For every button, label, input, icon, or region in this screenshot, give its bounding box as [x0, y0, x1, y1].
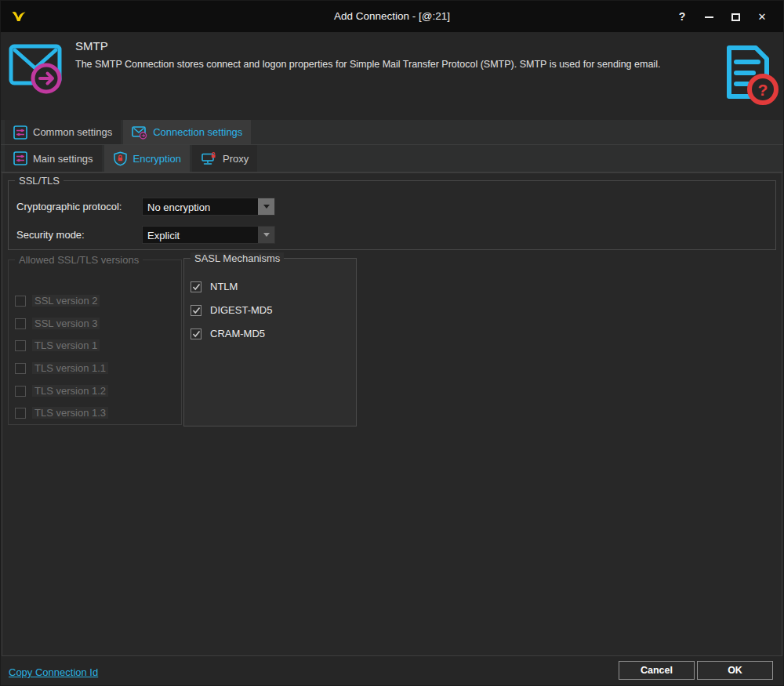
dropdown-button[interactable] [258, 198, 274, 215]
minimize-button[interactable] [695, 10, 722, 23]
tab-common-settings[interactable]: Common settings [5, 120, 121, 144]
checkbox-label: TLS version 1.1 [32, 362, 108, 374]
checkbox-label: SSL version 2 [32, 295, 100, 307]
add-connection-dialog: Add Connection - [@:21] ? ✕ SMTP The SMT… [0, 0, 784, 686]
checkbox-tls-version-1: TLS version 1 [15, 339, 100, 351]
help-button[interactable]: ? [669, 10, 695, 23]
copy-connection-id-link[interactable]: Copy Connection Id [9, 666, 98, 678]
checkbox-tls-version-1-3: TLS version 1.3 [15, 407, 108, 419]
envelope-send-icon [132, 125, 147, 140]
outer-tab-strip: Common settings Connection settings [1, 120, 783, 145]
chevron-down-icon [263, 233, 270, 237]
security-mode-row: Security mode: Explicit [16, 226, 275, 244]
checkbox-ntlm[interactable]: NTLM [191, 281, 240, 292]
tab-label: Connection settings [153, 126, 242, 138]
checkbox-checked-icon[interactable] [191, 281, 201, 292]
title-bar[interactable]: Add Connection - [@:21] ? ✕ [1, 1, 783, 32]
maximize-button[interactable] [722, 10, 749, 23]
dialog-header: SMTP The SMTP Connection stores connect … [1, 32, 783, 120]
sliders-icon [13, 125, 27, 140]
svg-text:?: ? [758, 81, 768, 99]
cryptographic-protocol-select[interactable]: No encryption [142, 198, 275, 216]
ok-button[interactable]: OK [697, 661, 773, 680]
minimize-icon [705, 16, 713, 18]
window-controls: ? ✕ [669, 1, 775, 32]
sliders-icon [13, 151, 27, 165]
checkbox-digest-md5[interactable]: DIGEST-MD5 [191, 304, 274, 316]
checkbox-cram-md5[interactable]: CRAM-MD5 [191, 328, 267, 339]
checkbox-label: CRAM-MD5 [208, 328, 267, 339]
cryptographic-protocol-label: Cryptographic protocol: [16, 201, 142, 212]
checkbox-label: TLS version 1.3 [32, 407, 108, 419]
cryptographic-protocol-row: Cryptographic protocol: No encryption [16, 198, 275, 216]
security-mode-value: Explicit [143, 227, 258, 243]
tab-encryption[interactable]: Encryption [104, 145, 190, 172]
checkbox-unchecked-icon [15, 363, 26, 374]
checkbox-label: TLS version 1 [32, 339, 100, 351]
sasl-mechanisms-group: SASL Mechanisms NTLM DIGEST-MD5 CRAM-MD5 [183, 258, 357, 426]
security-mode-select[interactable]: Explicit [142, 226, 275, 244]
tab-label: Encryption [133, 153, 181, 165]
tab-proxy[interactable]: Proxy [192, 145, 257, 172]
checkbox-label: TLS version 1.2 [32, 385, 108, 397]
shield-lock-icon [113, 151, 128, 166]
checkbox-label: DIGEST-MD5 [208, 304, 274, 316]
sasl-mechanisms-legend: SASL Mechanisms [191, 252, 284, 264]
checkbox-tls-version-1-1: TLS version 1.1 [15, 362, 108, 374]
tab-label: Proxy [223, 153, 249, 165]
cancel-button[interactable]: Cancel [619, 661, 695, 680]
security-mode-label: Security mode: [16, 229, 142, 241]
tab-main-settings[interactable]: Main settings [5, 145, 102, 172]
checkbox-unchecked-icon [15, 386, 26, 397]
inner-tab-strip: Main settings Encryption Proxy [1, 145, 783, 172]
checkbox-tls-version-1-2: TLS version 1.2 [15, 385, 108, 397]
allowed-versions-legend: Allowed SSL/TLS versions [15, 254, 143, 266]
tab-connection-settings[interactable]: Connection settings [123, 120, 251, 144]
checkbox-checked-icon[interactable] [191, 305, 201, 316]
dropdown-button[interactable] [258, 227, 274, 243]
checkbox-ssl-version-3: SSL version 3 [15, 318, 100, 329]
ssl-tls-group: SSL/TLS Cryptographic protocol: No encry… [8, 180, 776, 250]
checkbox-unchecked-icon [15, 296, 26, 307]
window-title: Add Connection - [@:21] [1, 1, 783, 32]
ssl-tls-group-legend: SSL/TLS [15, 175, 64, 187]
checkbox-label: NTLM [208, 281, 240, 292]
close-button[interactable]: ✕ [749, 11, 775, 23]
checkbox-unchecked-icon [15, 318, 26, 329]
document-question-icon: ? [715, 42, 779, 112]
checkbox-ssl-version-2: SSL version 2 [15, 295, 100, 307]
chevron-down-icon [263, 205, 270, 209]
maximize-icon [731, 13, 740, 21]
checkbox-unchecked-icon [15, 340, 26, 351]
monitor-lock-icon [201, 151, 217, 166]
connection-type-description: The SMTP Connection stores connect and l… [75, 57, 702, 72]
checkbox-label: SSL version 3 [32, 318, 100, 329]
dialog-footer: Copy Connection Id Cancel OK [1, 656, 783, 685]
smtp-envelope-send-icon [7, 37, 67, 101]
tab-label: Common settings [33, 126, 112, 138]
encryption-tab-page: SSL/TLS Cryptographic protocol: No encry… [2, 172, 782, 656]
checkbox-checked-icon[interactable] [191, 328, 201, 339]
connection-type-title: SMTP [75, 39, 108, 53]
checkbox-unchecked-icon [15, 408, 26, 419]
cryptographic-protocol-value: No encryption [143, 198, 258, 215]
tab-label: Main settings [33, 153, 93, 165]
allowed-ssl-tls-versions-group: Allowed SSL/TLS versions SSL version 2 S… [8, 260, 182, 425]
